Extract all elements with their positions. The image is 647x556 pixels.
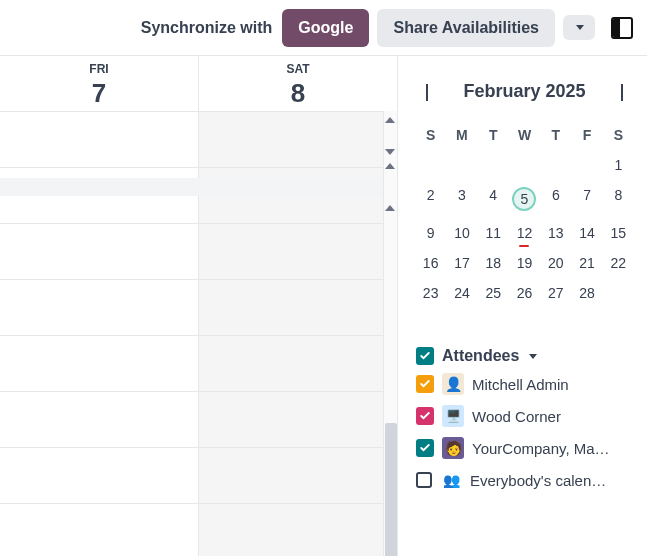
mini-cal-day[interactable]: 20 — [541, 251, 570, 275]
mini-cal-dow: T — [479, 123, 508, 147]
avatar: 👥 — [440, 469, 462, 491]
mini-cal-day[interactable]: 19 — [510, 251, 539, 275]
chevron-left-icon — [426, 84, 428, 101]
mini-cal-day[interactable]: 17 — [447, 251, 476, 275]
mini-cal-day[interactable]: 2 — [416, 183, 445, 215]
mini-cal-day — [479, 153, 508, 177]
attendee-label: Everybody's calen… — [470, 472, 606, 489]
mini-cal-day[interactable]: 24 — [447, 281, 476, 305]
collapse-icon[interactable] — [385, 149, 395, 155]
mini-cal-day[interactable]: 18 — [479, 251, 508, 275]
attendee-checkbox[interactable] — [416, 407, 434, 425]
attendees-list: 👤Mitchell Admin🖥️Wood Corner🧑YourCompany… — [416, 373, 633, 491]
avatar: 👤 — [442, 373, 464, 395]
mini-cal-day — [447, 153, 476, 177]
mini-cal-dow: W — [510, 123, 539, 147]
attendee-item[interactable]: 👤Mitchell Admin — [416, 373, 633, 395]
mini-cal-day[interactable]: 25 — [479, 281, 508, 305]
mini-cal-day[interactable]: 5 — [510, 183, 539, 215]
share-availabilities-button[interactable]: Share Availabilities — [377, 9, 555, 47]
toggle-panel-icon[interactable] — [611, 17, 633, 39]
share-dropdown-button[interactable] — [563, 15, 595, 40]
avatar: 🖥️ — [442, 405, 464, 427]
mini-cal-dow: T — [541, 123, 570, 147]
google-sync-button[interactable]: Google — [282, 9, 369, 47]
day-name: SAT — [199, 62, 397, 76]
check-icon — [419, 350, 431, 362]
mini-cal-day[interactable]: 3 — [447, 183, 476, 215]
attendee-label: Mitchell Admin — [472, 376, 569, 393]
mini-calendar: SMTWTFS123456789101112131415161718192021… — [416, 123, 633, 305]
main: FRI 7 SAT 8 — [0, 56, 647, 556]
mini-cal-day[interactable]: 14 — [572, 221, 601, 245]
attendees-label: Attendees — [442, 347, 519, 365]
attendee-label: YourCompany, Ma… — [472, 440, 610, 457]
mini-cal-day[interactable]: 27 — [541, 281, 570, 305]
scroll-controls — [383, 111, 397, 217]
mini-cal-day[interactable]: 9 — [416, 221, 445, 245]
mini-cal-day[interactable]: 7 — [572, 183, 601, 215]
mini-cal-day — [510, 153, 539, 177]
mini-cal-day[interactable]: 26 — [510, 281, 539, 305]
day-number: 7 — [0, 78, 198, 109]
expand-icon[interactable] — [385, 163, 395, 169]
mini-cal-dow: S — [604, 123, 633, 147]
scroll-up-icon[interactable] — [385, 117, 395, 123]
mini-cal-day — [572, 153, 601, 177]
day-name: FRI — [0, 62, 198, 76]
mini-cal-day[interactable]: 1 — [604, 153, 633, 177]
synchronize-label: Synchronize with — [141, 19, 273, 37]
prev-month-button[interactable] — [420, 78, 434, 105]
mini-cal-day[interactable]: 16 — [416, 251, 445, 275]
day-column-sat: SAT 8 — [198, 56, 397, 556]
mini-cal-dow: S — [416, 123, 445, 147]
chevron-down-icon — [576, 25, 584, 30]
attendee-item[interactable]: 🧑YourCompany, Ma… — [416, 437, 633, 459]
mini-cal-day — [541, 153, 570, 177]
scroll-to-top-icon[interactable] — [385, 205, 395, 211]
mini-cal-dow: F — [572, 123, 601, 147]
day-header: FRI 7 — [0, 56, 198, 111]
day-number: 8 — [199, 78, 397, 109]
mini-cal-dow: M — [447, 123, 476, 147]
mini-calendar-nav: February 2025 — [416, 78, 633, 105]
mini-cal-day[interactable]: 13 — [541, 221, 570, 245]
attendees-checkbox[interactable] — [416, 347, 434, 365]
attendee-item[interactable]: 👥Everybody's calen… — [416, 469, 633, 491]
calendar-grid: FRI 7 SAT 8 — [0, 56, 398, 556]
mini-cal-day[interactable]: 23 — [416, 281, 445, 305]
mini-cal-day[interactable]: 6 — [541, 183, 570, 215]
day-column-fri: FRI 7 — [0, 56, 198, 556]
attendees-header[interactable]: Attendees — [416, 347, 633, 365]
mini-cal-day[interactable]: 22 — [604, 251, 633, 275]
mini-cal-day[interactable]: 21 — [572, 251, 601, 275]
attendee-checkbox[interactable] — [416, 375, 434, 393]
mini-cal-day — [604, 281, 633, 305]
mini-cal-day — [416, 153, 445, 177]
day-header: SAT 8 — [199, 56, 397, 111]
scrollbar-thumb[interactable] — [385, 423, 397, 556]
calendar-title: February 2025 — [463, 81, 585, 102]
attendee-label: Wood Corner — [472, 408, 561, 425]
topbar: Synchronize with Google Share Availabili… — [0, 0, 647, 56]
mini-cal-day[interactable]: 12 — [510, 221, 539, 245]
mini-cal-day[interactable]: 8 — [604, 183, 633, 215]
attendee-checkbox[interactable] — [416, 439, 434, 457]
attendee-item[interactable]: 🖥️Wood Corner — [416, 405, 633, 427]
mini-cal-day[interactable]: 4 — [479, 183, 508, 215]
next-month-button[interactable] — [615, 78, 629, 105]
mini-cal-day[interactable]: 15 — [604, 221, 633, 245]
chevron-down-icon — [529, 354, 537, 359]
mini-cal-day[interactable]: 10 — [447, 221, 476, 245]
mini-cal-day[interactable]: 11 — [479, 221, 508, 245]
avatar: 🧑 — [442, 437, 464, 459]
selection-band — [0, 178, 382, 196]
mini-cal-day[interactable]: 28 — [572, 281, 601, 305]
sidebar: February 2025 SMTWTFS1234567891011121314… — [398, 56, 647, 556]
attendee-checkbox[interactable] — [416, 472, 432, 488]
chevron-right-icon — [621, 84, 623, 101]
